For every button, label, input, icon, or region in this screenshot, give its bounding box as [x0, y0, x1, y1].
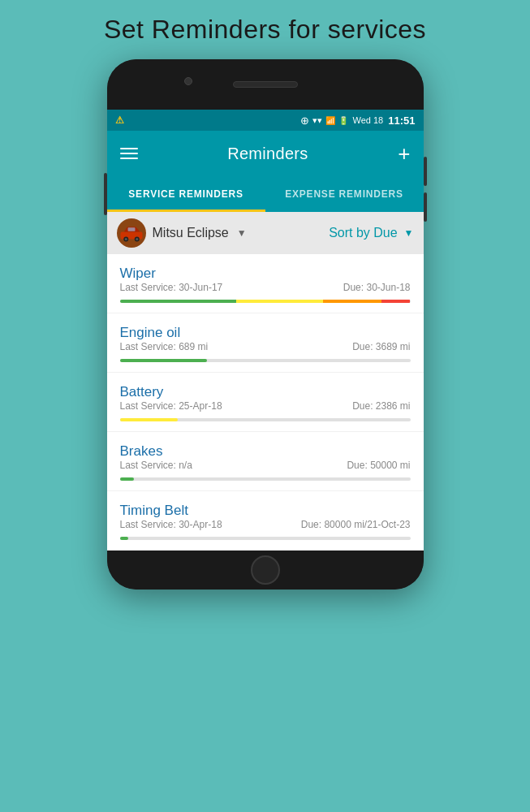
reminder-item-wiper[interactable]: Wiper Last Service: 30-Jun-17 Due: 30-Ju…: [107, 254, 424, 313]
bar-seg-green: [120, 300, 236, 303]
power-button[interactable]: [104, 173, 107, 215]
front-camera: [184, 77, 192, 85]
vehicle-selector[interactable]: Mitsu Eclipse ▼: [117, 218, 330, 248]
bar-seg-red: [381, 300, 411, 303]
bar-seg-yellow: [236, 300, 323, 303]
progress-fill-engine-oil: [120, 359, 207, 362]
due-timing-belt: Due: 80000 mi/21-Oct-23: [301, 519, 411, 530]
toolbar-title: Reminders: [227, 145, 308, 163]
reminder-name-engine-oil: Engine oil: [120, 325, 411, 341]
phone-shell: ⚠ ⊕ ▾▾ 📶 🔋 Wed 18 11:51 Remind: [107, 59, 424, 590]
due-engine-oil: Due: 3689 mi: [352, 341, 410, 352]
tab-expense-reminders[interactable]: EXPENSE REMINDERS: [265, 176, 424, 212]
progress-bar-battery: [120, 418, 411, 421]
reminder-list: Wiper Last Service: 30-Jun-17 Due: 30-Ju…: [107, 254, 424, 551]
sort-selector[interactable]: Sort by Due ▼: [329, 226, 413, 240]
reminder-name-battery: Battery: [120, 384, 411, 400]
menu-line-2: [120, 153, 138, 154]
page-title: Set Reminders for services: [104, 15, 426, 45]
progress-fill-battery: [120, 418, 179, 421]
add-button[interactable]: +: [398, 143, 410, 164]
reminder-sub-wiper: Last Service: 30-Jun-17 Due: 30-Jun-18: [120, 282, 411, 293]
reminder-name-brakes: Brakes: [120, 443, 411, 460]
svg-point-4: [136, 238, 138, 240]
bar-seg-orange: [323, 300, 381, 303]
progress-fill-brakes: [120, 477, 135, 481]
reminder-item-brakes[interactable]: Brakes Last Service: n/a Due: 50000 mi: [107, 432, 424, 491]
menu-line-3: [120, 158, 138, 159]
reminder-sub-engine-oil: Last Service: 689 mi Due: 3689 mi: [120, 341, 411, 352]
top-bezel: [107, 59, 424, 110]
sort-label: Sort by Due: [329, 226, 397, 240]
progress-bar-brakes: [120, 477, 411, 481]
add-circle-icon: ⊕: [300, 114, 309, 127]
volume-up-button[interactable]: [424, 157, 427, 186]
progress-fill-timing-belt: [120, 537, 129, 540]
reminder-name-wiper: Wiper: [120, 266, 411, 282]
svg-point-2: [124, 238, 127, 240]
warning-icon: ⚠: [115, 114, 124, 126]
reminder-name-timing-belt: Timing Belt: [120, 503, 411, 519]
progress-bar-wiper: [120, 300, 411, 303]
toolbar: Reminders +: [107, 131, 424, 176]
vehicle-thumbnail: [117, 218, 146, 248]
menu-line-1: [120, 148, 138, 149]
last-service-engine-oil: Last Service: 689 mi: [120, 341, 209, 352]
last-service-wiper: Last Service: 30-Jun-17: [120, 282, 223, 293]
due-wiper: Due: 30-Jun-18: [343, 282, 411, 293]
home-button[interactable]: [251, 555, 280, 585]
last-service-timing-belt: Last Service: 30-Apr-18: [120, 519, 222, 530]
reminder-item-battery[interactable]: Battery Last Service: 25-Apr-18 Due: 238…: [107, 373, 424, 432]
due-brakes: Due: 50000 mi: [347, 460, 410, 471]
status-left: ⚠: [115, 114, 124, 126]
progress-bar-timing-belt: [120, 537, 411, 540]
tab-service-reminders[interactable]: SERVICE REMINDERS: [107, 176, 265, 212]
volume-down-button[interactable]: [424, 192, 427, 222]
reminder-item-engine-oil[interactable]: Engine oil Last Service: 689 mi Due: 368…: [107, 313, 424, 373]
last-service-battery: Last Service: 25-Apr-18: [120, 400, 222, 412]
sort-dropdown-icon: ▼: [404, 227, 414, 239]
bottom-bezel: [107, 551, 424, 590]
battery-icon: 🔋: [338, 116, 348, 125]
vehicle-dropdown-icon: ▼: [237, 227, 247, 239]
status-time: 11:51: [388, 114, 415, 127]
reminder-sub-timing-belt: Last Service: 30-Apr-18 Due: 80000 mi/21…: [120, 519, 411, 530]
status-date: Wed 18: [353, 115, 384, 125]
svg-rect-0: [120, 232, 142, 240]
last-service-brakes: Last Service: n/a: [120, 460, 192, 471]
car-icon: [119, 224, 144, 242]
signal-icon: 📶: [325, 116, 335, 125]
speaker: [233, 81, 298, 88]
filter-row: Mitsu Eclipse ▼ Sort by Due ▼: [107, 212, 424, 254]
tabs-container: SERVICE REMINDERS EXPENSE REMINDERS: [107, 176, 424, 212]
menu-icon[interactable]: [120, 148, 138, 159]
progress-bar-engine-oil: [120, 359, 411, 362]
status-bar: ⚠ ⊕ ▾▾ 📶 🔋 Wed 18 11:51: [107, 110, 424, 131]
vehicle-name: Mitsu Eclipse: [153, 226, 229, 240]
svg-rect-5: [127, 227, 135, 231]
reminder-item-timing-belt[interactable]: Timing Belt Last Service: 30-Apr-18 Due:…: [107, 491, 424, 551]
due-battery: Due: 2386 mi: [352, 400, 410, 412]
status-right: ⊕ ▾▾ 📶 🔋 Wed 18 11:51: [300, 114, 416, 127]
reminder-sub-brakes: Last Service: n/a Due: 50000 mi: [120, 460, 411, 471]
wifi-icon: ▾▾: [312, 115, 322, 126]
reminder-sub-battery: Last Service: 25-Apr-18 Due: 2386 mi: [120, 400, 411, 412]
